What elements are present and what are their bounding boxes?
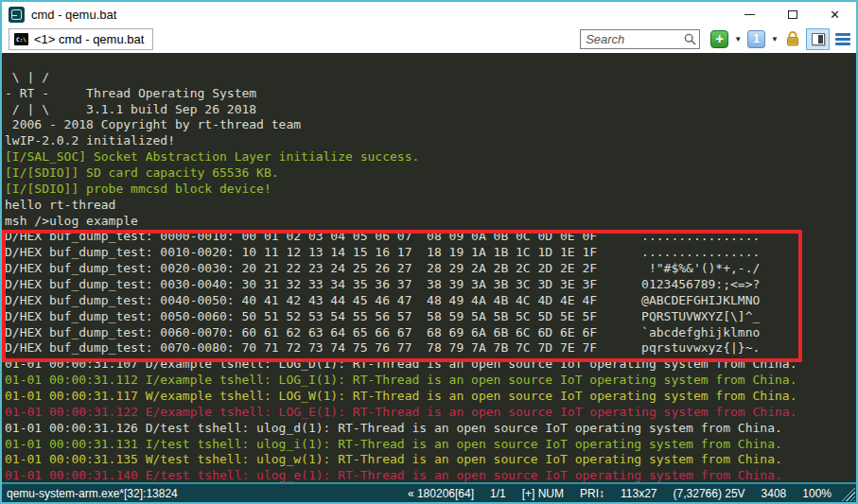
terminal-line: - RT - Thread Operating System <box>5 86 856 102</box>
terminal-line: 01-01 00:00:31.107 D/example tshell: LOG… <box>5 356 856 373</box>
window-controls: ✕ <box>728 2 856 26</box>
minimize-button[interactable] <box>728 2 771 26</box>
terminal-line: 2006 - 2018 Copyright by rt-thread team <box>5 117 856 133</box>
minimize-icon <box>744 14 755 15</box>
terminal-line: D/HEX buf_dump_test: 0000-0010: 00 01 02… <box>5 229 856 245</box>
cmd-icon: C:\ <box>14 33 28 45</box>
terminal-line: 01-01 00:00:31.112 I/example tshell: LOG… <box>5 373 856 389</box>
resize-grip[interactable] <box>841 487 855 501</box>
terminal-line: [I/[SDIO]] SD card capacity 65536 KB. <box>5 165 856 182</box>
terminal-line: 01-01 00:00:31.126 D/test tshell: ulog_d… <box>5 421 856 437</box>
titlebar[interactable]: cmd - qemu.bat ✕ <box>2 2 856 26</box>
status-segment: « 180206[64] <box>408 487 474 500</box>
status-segment: PRI↕ <box>580 487 604 500</box>
terminal-line: / | \ 3.1.1 build Sep 26 2018 <box>5 102 856 118</box>
close-button[interactable]: ✕ <box>814 2 856 26</box>
terminal-line: D/HEX buf_dump_test: 0060-0070: 60 61 62… <box>5 325 856 341</box>
terminal-line: msh />ulog example <box>5 214 856 230</box>
terminal-line: D/HEX buf_dump_test: 0030-0040: 30 31 32… <box>5 277 856 293</box>
sidebar-toggle-button[interactable] <box>806 28 830 50</box>
maximize-button[interactable] <box>771 2 814 26</box>
tab-bar: C:\ <1> cmd - qemu.bat + ▼ 1 ▼ <box>2 26 856 53</box>
terminal-line: D/HEX buf_dump_test: 0070-0080: 70 71 72… <box>5 340 856 356</box>
terminal-line: 01-01 00:00:31.135 W/test tshell: ulog_w… <box>5 452 856 468</box>
status-segment: [+] NUM <box>522 487 564 500</box>
window-title: cmd - qemu.bat <box>31 8 116 22</box>
status-process: qemu-system-arm.exe*[32]:13824 <box>7 487 178 500</box>
terminal-line: D/HEX buf_dump_test: 0040-0050: 40 41 42… <box>5 293 856 309</box>
terminal-line: 01-01 00:00:31.131 I/test tshell: ulog_i… <box>5 437 856 453</box>
console-list-dropdown-icon[interactable]: ▼ <box>771 35 779 43</box>
status-segment: 3408 <box>762 487 787 500</box>
terminal-line: 01-01 00:00:31.122 E/example tshell: LOG… <box>5 405 856 421</box>
active-console-button[interactable]: 1 <box>747 30 765 48</box>
status-segments: « 180206[64] 1/1 [+] NUM PRI↕ 113x27 (7,… <box>408 487 832 500</box>
lock-icon[interactable] <box>784 30 801 47</box>
maximize-icon <box>788 10 797 19</box>
new-console-button[interactable]: + <box>710 30 728 48</box>
console-number-label: 1 <box>753 32 760 45</box>
terminal-line: D/HEX buf_dump_test: 0010-0020: 10 11 12… <box>5 245 856 261</box>
tab-label: <1> cmd - qemu.bat <box>34 32 144 46</box>
tab-cmd-qemu[interactable]: C:\ <1> cmd - qemu.bat <box>9 28 153 50</box>
terminal-line: hello rt-thread <box>5 198 856 214</box>
status-segment: 1/1 <box>490 487 506 500</box>
status-segment: (7,32766) 25V <box>674 487 745 500</box>
sidebar-panel-icon <box>812 33 825 45</box>
terminal-line: 01-01 00:00:31.117 W/example tshell: LOG… <box>5 389 856 405</box>
conemu-logo-icon <box>9 7 25 23</box>
status-segment: 100% <box>802 487 832 500</box>
status-bar: qemu-system-arm.exe*[32]:13824 « 180206[… <box>2 482 856 502</box>
search-box[interactable] <box>580 29 700 49</box>
new-console-dropdown-icon[interactable]: ▼ <box>734 35 742 43</box>
terminal-line: D/HEX buf_dump_test: 0050-0060: 50 51 52… <box>5 309 856 325</box>
status-segment: 113x27 <box>621 487 657 500</box>
search-icon[interactable] <box>684 33 696 45</box>
terminal-line: [I/SAL_SOC] Socket Abstraction Layer ini… <box>5 149 856 165</box>
terminal-line: 01-01 00:00:31.140 E/test tshell: ulog_e… <box>5 468 856 482</box>
terminal-line: D/HEX buf_dump_test: 0020-0030: 20 21 22… <box>5 261 856 277</box>
plus-icon: + <box>715 30 724 46</box>
terminal-output[interactable]: \ | / - RT - Thread Operating System / |… <box>2 53 856 482</box>
toolbar: + ▼ 1 ▼ <box>580 28 851 50</box>
menu-icon[interactable] <box>834 31 851 47</box>
terminal-line: [I/[SDIO]] probe mmcsd block device! <box>5 182 856 198</box>
terminal-line: lwIP-2.0.2 initialized! <box>5 133 856 149</box>
conemu-window: cmd - qemu.bat ✕ C:\ <1> cmd - qemu.bat … <box>0 0 858 504</box>
close-icon: ✕ <box>830 9 840 21</box>
search-input[interactable] <box>581 32 684 46</box>
terminal-line <box>5 54 856 70</box>
terminal-line: \ | / <box>5 70 856 86</box>
